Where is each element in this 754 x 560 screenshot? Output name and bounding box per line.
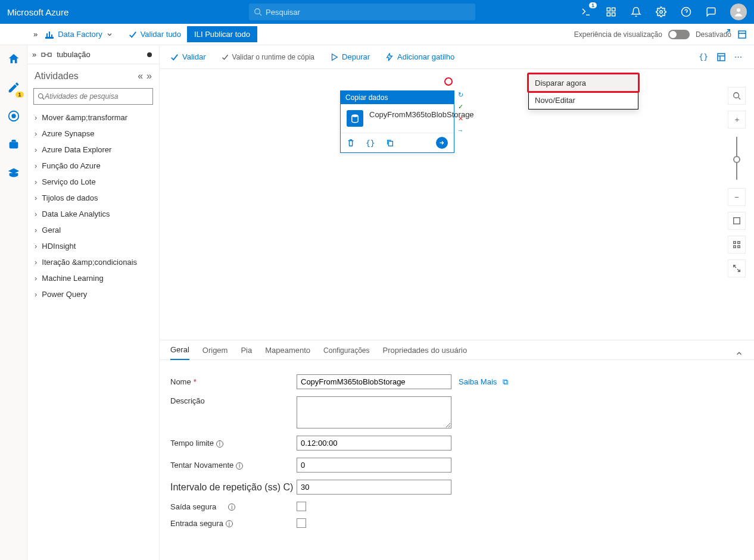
preview-toggle[interactable] [668,30,690,39]
preview-label: Experiência de visualização [574,30,662,39]
auto-layout-button[interactable] [728,236,746,254]
activity-label: Iteração &amp;condicionais [42,258,137,267]
braces-icon[interactable]: {} [699,52,708,62]
user-avatar[interactable] [730,4,747,20]
play-icon [330,53,338,61]
tab-mapping[interactable]: Mapeamento [265,346,310,359]
tab-user-props[interactable]: Propriedades do usuário [383,346,468,359]
tab-source[interactable]: Origem [202,346,228,359]
handle-fail-icon[interactable]: ✕ [456,114,465,123]
validate-runtime-button[interactable]: Validar o runtime de cópia [222,53,315,61]
global-search-input[interactable] [266,8,471,17]
help-icon[interactable] [680,6,692,18]
azure-header-icons: 1 [580,4,747,20]
more-icon[interactable]: ⋯ [734,52,743,62]
activity-category[interactable]: ›Tijolos de dados [35,193,152,202]
nav-learn[interactable] [5,164,23,182]
nav-author[interactable]: 1 [5,79,23,96]
braces-icon[interactable]: {} [366,139,375,148]
clone-icon[interactable] [386,139,394,147]
name-input[interactable] [297,374,451,389]
expand-chevron-icon[interactable]: » [33,30,38,39]
svg-point-0 [255,9,260,14]
validate-label: Validar [182,52,206,61]
validate-all-label: Validar tudo [141,30,181,39]
properties-icon[interactable] [716,52,726,62]
fit-screen-button[interactable] [728,212,746,230]
svg-point-30 [352,114,359,117]
tab-general[interactable]: Geral [170,345,189,360]
canvas-search-button[interactable] [728,87,746,105]
secure-output-label: Saída segurai [170,502,297,511]
tab-corner-actions: ⋯ [722,29,747,37]
activities-search-input[interactable] [45,92,149,101]
secure-output-checkbox[interactable] [297,502,306,511]
fullscreen-button[interactable] [728,259,746,277]
handle-skip-icon[interactable]: → [456,126,465,134]
retry-input[interactable] [297,458,451,473]
trigger-new-edit[interactable]: Novo/Editar [529,92,638,109]
zoom-slider[interactable] [736,137,737,180]
collapse-left-icon[interactable]: » [147,71,152,82]
activities-search[interactable] [33,88,153,105]
activity-category[interactable]: ›Data Lake Analytics [35,209,152,218]
nav-monitor[interactable] [5,107,23,125]
zoom-in-button[interactable]: ＋ [728,111,746,129]
delete-icon[interactable] [347,139,355,147]
activity-category[interactable]: ›Machine Learning [35,274,152,283]
chevron-down-icon [106,31,113,38]
notifications-icon[interactable] [630,6,642,18]
activity-category[interactable]: ›Função do Azure [35,161,152,170]
activity-category[interactable]: ›HDInsight [35,242,152,251]
activity-category[interactable]: ›Power Query [35,290,152,299]
node-arrow-icon[interactable] [436,137,448,149]
tab-sink[interactable]: Pia [241,346,252,359]
handle-retry-icon[interactable]: ↻ [456,90,465,99]
activity-category[interactable]: ›Azure Data Explorer [35,145,152,154]
secure-input-checkbox[interactable] [297,518,306,528]
pipeline-canvas[interactable]: Copiar dados CopyFromM365toBlobStorage {… [160,69,754,340]
learn-more-link[interactable]: Saiba Mais⧉ [459,377,508,387]
trigger-now[interactable]: Disparar agora [529,74,638,92]
retry-interval-input[interactable] [297,480,451,495]
publish-all-button[interactable]: ILI Publicar todo [187,26,257,42]
retry-interval-label: Intervalo de repetição (ss) C) [170,482,297,493]
activity-category[interactable]: ›Iteração &amp;condicionais [35,258,152,267]
activity-label: Power Query [42,290,87,299]
handle-success-icon[interactable]: ✓ [456,102,465,111]
property-body: Nome* Saiba Mais⧉ Descrição Tempo limite… [160,360,754,542]
feedback-icon[interactable] [705,6,717,18]
nav-manage[interactable] [5,136,23,154]
expand-icon[interactable] [722,29,731,37]
directories-icon[interactable] [605,6,617,18]
cloud-shell-icon[interactable]: 1 [580,6,592,18]
svg-rect-35 [734,218,740,224]
collapse-right-icon[interactable]: « [138,71,143,82]
global-search[interactable] [249,4,475,20]
expand-icon[interactable]: » [32,50,36,59]
activity-category[interactable]: ›Azure Synapse [35,129,152,138]
activity-category[interactable]: ›Mover &amp;transformar [35,113,152,122]
copy-activity-node[interactable]: Copiar dados CopyFromM365toBlobStorage {… [340,90,454,153]
validate-button[interactable]: Validar [170,52,206,61]
settings-icon[interactable] [655,6,667,18]
svg-line-34 [739,98,741,100]
activity-category[interactable]: ›Geral [35,226,152,234]
activity-category[interactable]: ›Serviço do Lote [35,177,152,186]
zoom-out-button[interactable]: − [728,188,746,206]
pipeline-tab-label[interactable]: tubulação [57,50,90,59]
debug-button[interactable]: Depurar [330,52,370,61]
svg-point-22 [39,94,43,99]
timeout-input[interactable] [297,436,451,450]
nav-home[interactable] [5,50,23,68]
tab-settings[interactable]: Configurações [323,346,369,359]
validate-all-button[interactable]: Validar tudo [129,30,181,39]
description-input[interactable] [297,396,451,428]
zoom-knob[interactable] [733,156,740,163]
activity-list: ›Mover &amp;transformar ›Azure Synapse ›… [27,111,159,301]
factory-selector[interactable]: Data Factory [45,30,113,39]
more-icon[interactable]: ⋯ [738,29,747,37]
add-trigger-button[interactable]: Adicionar gatilho [385,52,454,61]
trigger-dropdown: Disparar agora Novo/Editar [528,74,638,110]
collapse-props-icon[interactable] [735,349,743,359]
